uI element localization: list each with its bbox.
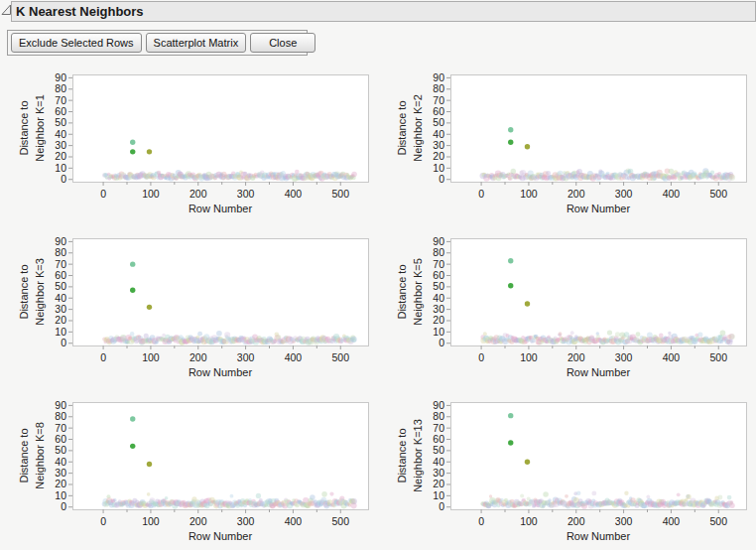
svg-text:50: 50 — [55, 444, 66, 456]
close-button[interactable]: Close — [250, 33, 315, 53]
svg-text:20: 20 — [433, 150, 444, 162]
svg-text:40: 40 — [433, 128, 444, 140]
svg-text:60: 60 — [55, 433, 66, 445]
svg-text:200: 200 — [189, 351, 207, 363]
svg-text:30: 30 — [55, 139, 66, 151]
knn-scatterplot[interactable]: 01020304050607080900100200300400500Row N… — [43, 234, 370, 381]
svg-text:80: 80 — [433, 410, 444, 422]
svg-text:100: 100 — [520, 351, 538, 363]
svg-text:80: 80 — [433, 246, 444, 258]
svg-text:60: 60 — [55, 105, 66, 117]
svg-text:90: 90 — [55, 71, 66, 83]
svg-text:400: 400 — [285, 188, 303, 200]
svg-text:20: 20 — [433, 314, 444, 326]
svg-text:70: 70 — [433, 258, 444, 270]
svg-text:70: 70 — [55, 258, 66, 270]
toolbar-panel: Exclude Selected Rows Scatterplot Matrix… — [7, 30, 308, 56]
svg-text:Row Number: Row Number — [189, 366, 253, 378]
svg-text:100: 100 — [520, 188, 538, 200]
svg-text:400: 400 — [285, 351, 303, 363]
svg-text:70: 70 — [55, 422, 66, 434]
knn-plot-cell: Distance toNeighbor K=1 0102030405060708… — [0, 68, 378, 231]
svg-text:0: 0 — [61, 337, 66, 348]
svg-text:90: 90 — [433, 399, 444, 411]
svg-text:60: 60 — [55, 269, 66, 281]
svg-text:10: 10 — [433, 326, 444, 338]
knn-plot-cell: Distance toNeighbor K=8 0102030405060708… — [0, 395, 378, 550]
knn-scatterplot[interactable]: 01020304050607080900100200300400500Row N… — [43, 70, 370, 217]
svg-text:200: 200 — [567, 351, 585, 363]
knn-plot-cell: Distance toNeighbor K=5 0102030405060708… — [378, 231, 756, 395]
svg-text:40: 40 — [433, 292, 444, 304]
svg-text:0: 0 — [439, 173, 444, 185]
svg-text:Row Number: Row Number — [567, 530, 631, 542]
svg-text:100: 100 — [142, 188, 160, 200]
svg-text:20: 20 — [55, 478, 66, 489]
svg-text:400: 400 — [663, 351, 681, 363]
svg-text:60: 60 — [433, 105, 444, 117]
svg-text:70: 70 — [433, 422, 444, 434]
svg-text:400: 400 — [285, 515, 303, 527]
svg-text:90: 90 — [433, 71, 444, 83]
plots-grid: Distance toNeighbor K=1 0102030405060708… — [0, 68, 756, 550]
svg-text:Row Number: Row Number — [189, 530, 253, 542]
svg-text:30: 30 — [55, 467, 66, 479]
svg-text:0: 0 — [61, 173, 66, 185]
svg-text:40: 40 — [55, 128, 66, 140]
knn-plot-cell: Distance toNeighbor K=2 0102030405060708… — [378, 68, 756, 231]
svg-text:60: 60 — [433, 269, 444, 281]
svg-text:500: 500 — [331, 515, 349, 527]
svg-text:70: 70 — [55, 94, 66, 106]
svg-text:0: 0 — [100, 188, 106, 200]
svg-text:300: 300 — [237, 188, 255, 200]
svg-text:0: 0 — [61, 500, 66, 512]
knn-scatterplot[interactable]: 01020304050607080900100200300400500Row N… — [421, 70, 748, 217]
svg-text:10: 10 — [55, 326, 66, 338]
knn-scatterplot[interactable]: 01020304050607080900100200300400500Row N… — [421, 234, 748, 381]
svg-text:80: 80 — [55, 246, 66, 258]
svg-text:500: 500 — [709, 188, 727, 200]
svg-text:0: 0 — [478, 351, 484, 363]
knn-plot-cell: Distance toNeighbor K=3 0102030405060708… — [0, 231, 378, 395]
svg-text:200: 200 — [567, 188, 585, 200]
svg-text:40: 40 — [55, 456, 66, 468]
svg-text:300: 300 — [237, 351, 255, 363]
scatterplot-matrix-button[interactable]: Scatterplot Matrix — [146, 33, 247, 53]
svg-text:0: 0 — [100, 351, 106, 363]
svg-text:90: 90 — [55, 399, 66, 411]
svg-text:90: 90 — [55, 235, 66, 247]
svg-text:10: 10 — [55, 162, 66, 174]
svg-text:60: 60 — [433, 433, 444, 445]
svg-text:10: 10 — [433, 489, 444, 501]
svg-text:400: 400 — [663, 188, 681, 200]
svg-text:90: 90 — [433, 235, 444, 247]
svg-text:70: 70 — [433, 94, 444, 106]
svg-text:Row Number: Row Number — [189, 203, 253, 214]
page-title: K Nearest Neighbors — [12, 4, 144, 19]
knn-scatterplot[interactable]: 01020304050607080900100200300400500Row N… — [43, 398, 370, 545]
svg-text:80: 80 — [55, 82, 66, 94]
svg-text:50: 50 — [433, 444, 444, 456]
svg-text:300: 300 — [615, 351, 633, 363]
svg-text:500: 500 — [709, 351, 727, 363]
svg-text:30: 30 — [433, 303, 444, 315]
svg-text:80: 80 — [55, 410, 66, 422]
svg-text:Row Number: Row Number — [567, 366, 631, 378]
report-header-bar: K Nearest Neighbors — [11, 1, 756, 22]
exclude-selected-rows-button[interactable]: Exclude Selected Rows — [11, 33, 142, 53]
svg-text:200: 200 — [189, 188, 207, 200]
svg-text:400: 400 — [663, 515, 681, 527]
svg-text:200: 200 — [567, 515, 585, 527]
svg-text:0: 0 — [100, 515, 106, 527]
svg-text:0: 0 — [478, 515, 484, 527]
svg-text:50: 50 — [433, 116, 444, 128]
svg-text:10: 10 — [433, 162, 444, 174]
knn-scatterplot[interactable]: 01020304050607080900100200300400500Row N… — [421, 398, 748, 545]
svg-text:300: 300 — [615, 188, 633, 200]
svg-text:10: 10 — [55, 489, 66, 501]
svg-text:40: 40 — [433, 456, 444, 468]
svg-text:30: 30 — [433, 467, 444, 479]
svg-text:20: 20 — [433, 478, 444, 489]
svg-text:0: 0 — [439, 337, 444, 348]
svg-text:300: 300 — [615, 515, 633, 527]
